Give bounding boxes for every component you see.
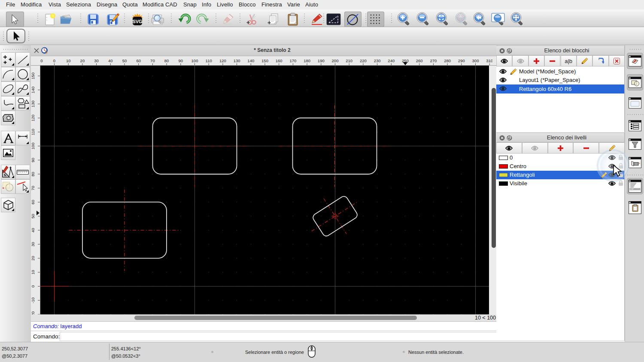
svg-text:70: 70 xyxy=(31,186,35,190)
svg-text:-20: -20 xyxy=(31,311,35,314)
svg-text:80: 80 xyxy=(164,58,169,63)
svg-text:0: 0 xyxy=(31,285,35,287)
svg-text:10: 10 xyxy=(66,58,71,63)
svg-text:300: 300 xyxy=(472,58,479,63)
svg-text:100: 100 xyxy=(191,58,198,63)
svg-text:130: 130 xyxy=(234,58,240,63)
svg-text:60: 60 xyxy=(31,200,35,205)
svg-text:80: 80 xyxy=(31,172,35,177)
svg-text:30: 30 xyxy=(31,242,35,247)
svg-text:C: command: C: command xyxy=(631,188,640,190)
svg-text:40: 40 xyxy=(108,58,113,63)
svg-text:220: 220 xyxy=(360,58,367,63)
svg-text:110: 110 xyxy=(31,129,35,135)
svg-text:200: 200 xyxy=(332,58,339,63)
svg-text:310: 310 xyxy=(486,58,493,63)
svg-text:180: 180 xyxy=(304,58,310,63)
svg-text:60: 60 xyxy=(136,58,141,63)
svg-text:0: 0 xyxy=(53,58,55,63)
svg-text:290: 290 xyxy=(458,58,465,63)
svg-text:160: 160 xyxy=(276,58,283,63)
svg-text:210: 210 xyxy=(346,58,352,63)
svg-text:270: 270 xyxy=(430,58,437,63)
svg-text:20: 20 xyxy=(31,256,35,261)
svg-text:150: 150 xyxy=(261,58,268,63)
svg-text:230: 230 xyxy=(374,58,381,63)
svg-text:170: 170 xyxy=(289,58,296,63)
svg-text:280: 280 xyxy=(444,58,451,63)
svg-text:-10: -10 xyxy=(31,297,35,303)
svg-text:50: 50 xyxy=(122,58,127,63)
svg-text:50: 50 xyxy=(31,214,35,219)
svg-text:20: 20 xyxy=(80,58,85,63)
svg-text:130: 130 xyxy=(31,100,35,107)
svg-text:100: 100 xyxy=(31,143,35,150)
svg-text:40: 40 xyxy=(31,228,35,232)
svg-text:10: 10 xyxy=(31,270,35,275)
svg-text:240: 240 xyxy=(388,58,395,63)
svg-text:0: 0 xyxy=(40,58,43,63)
svg-text:SVG: SVG xyxy=(132,19,142,24)
svg-text:120: 120 xyxy=(219,58,226,63)
svg-text:260: 260 xyxy=(416,58,423,63)
svg-text:30: 30 xyxy=(94,58,99,63)
svg-text:110: 110 xyxy=(206,58,212,63)
svg-text:140: 140 xyxy=(31,87,35,94)
svg-text:120: 120 xyxy=(31,115,35,121)
svg-text:90: 90 xyxy=(31,158,35,163)
svg-text:90: 90 xyxy=(179,58,183,63)
svg-text:190: 190 xyxy=(318,58,325,63)
svg-text:150: 150 xyxy=(31,72,35,79)
svg-text:70: 70 xyxy=(150,58,155,63)
svg-text:140: 140 xyxy=(247,58,254,63)
